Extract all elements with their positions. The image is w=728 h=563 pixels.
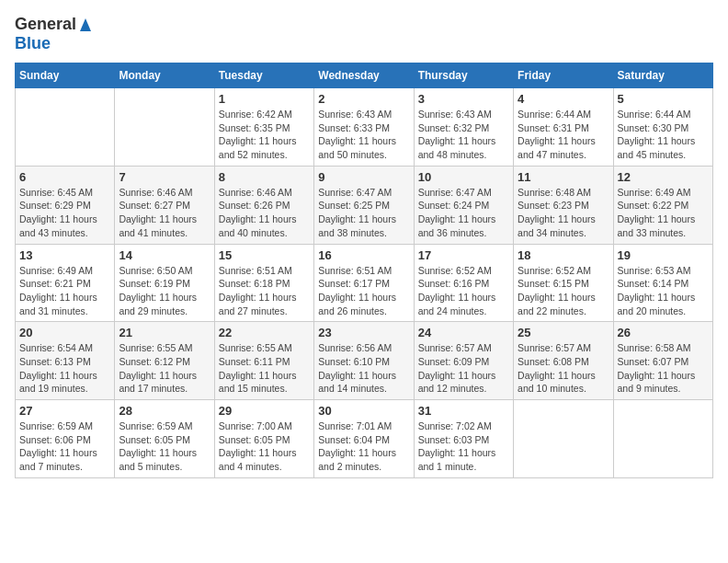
day-info: Sunrise: 6:51 AM Sunset: 6:18 PM Dayligh… (219, 264, 310, 318)
calendar-cell: 10Sunrise: 6:47 AM Sunset: 6:24 PM Dayli… (414, 166, 513, 244)
calendar-cell: 2Sunrise: 6:43 AM Sunset: 6:33 PM Daylig… (314, 88, 414, 167)
day-number: 19 (618, 248, 709, 262)
calendar-cell: 8Sunrise: 6:46 AM Sunset: 6:26 PM Daylig… (214, 166, 313, 244)
calendar-cell: 22Sunrise: 6:55 AM Sunset: 6:11 PM Dayli… (214, 322, 313, 400)
day-number: 22 (219, 326, 310, 339)
day-info: Sunrise: 6:51 AM Sunset: 6:17 PM Dayligh… (318, 264, 409, 318)
day-number: 29 (219, 404, 310, 418)
day-info: Sunrise: 6:52 AM Sunset: 6:15 PM Dayligh… (518, 264, 609, 318)
day-number: 15 (219, 248, 310, 262)
calendar-cell (514, 400, 613, 478)
calendar-cell (16, 88, 115, 167)
day-info: Sunrise: 6:57 AM Sunset: 6:09 PM Dayligh… (418, 341, 509, 396)
day-number: 14 (119, 248, 210, 262)
day-number: 30 (318, 404, 409, 418)
calendar-week-row: 1Sunrise: 6:42 AM Sunset: 6:35 PM Daylig… (16, 88, 713, 167)
day-number: 2 (318, 92, 409, 106)
day-info: Sunrise: 7:01 AM Sunset: 6:04 PM Dayligh… (318, 419, 409, 474)
calendar-cell: 6Sunrise: 6:45 AM Sunset: 6:29 PM Daylig… (16, 166, 115, 244)
day-number: 31 (418, 404, 509, 418)
day-number: 10 (418, 170, 509, 184)
calendar-week-row: 6Sunrise: 6:45 AM Sunset: 6:29 PM Daylig… (16, 166, 713, 244)
calendar-cell: 26Sunrise: 6:58 AM Sunset: 6:07 PM Dayli… (613, 322, 712, 400)
day-number: 12 (618, 170, 709, 184)
calendar-cell: 21Sunrise: 6:55 AM Sunset: 6:12 PM Dayli… (115, 322, 214, 400)
calendar-cell: 1Sunrise: 6:42 AM Sunset: 6:35 PM Daylig… (214, 88, 313, 167)
calendar-cell: 14Sunrise: 6:50 AM Sunset: 6:19 PM Dayli… (115, 244, 214, 322)
calendar-cell: 15Sunrise: 6:51 AM Sunset: 6:18 PM Dayli… (214, 244, 313, 322)
day-number: 1 (219, 92, 310, 106)
day-info: Sunrise: 6:46 AM Sunset: 6:27 PM Dayligh… (119, 186, 210, 240)
day-number: 23 (318, 326, 409, 339)
calendar-cell: 30Sunrise: 7:01 AM Sunset: 6:04 PM Dayli… (314, 400, 414, 478)
logo-general-text: General (15, 15, 76, 34)
day-info: Sunrise: 6:56 AM Sunset: 6:10 PM Dayligh… (318, 341, 409, 396)
calendar-day-header: Sunday (16, 63, 115, 88)
calendar-cell: 11Sunrise: 6:48 AM Sunset: 6:23 PM Dayli… (514, 166, 613, 244)
day-info: Sunrise: 7:02 AM Sunset: 6:03 PM Dayligh… (418, 419, 509, 474)
day-info: Sunrise: 6:46 AM Sunset: 6:26 PM Dayligh… (219, 186, 310, 240)
page-header: General Blue (15, 15, 713, 53)
day-info: Sunrise: 6:44 AM Sunset: 6:30 PM Dayligh… (618, 108, 709, 162)
day-number: 25 (518, 326, 609, 339)
day-info: Sunrise: 6:55 AM Sunset: 6:11 PM Dayligh… (219, 341, 310, 396)
day-info: Sunrise: 6:58 AM Sunset: 6:07 PM Dayligh… (618, 341, 709, 396)
day-info: Sunrise: 6:59 AM Sunset: 6:05 PM Dayligh… (119, 419, 210, 474)
day-number: 13 (19, 248, 110, 262)
day-info: Sunrise: 7:00 AM Sunset: 6:05 PM Dayligh… (219, 419, 310, 474)
day-number: 8 (219, 170, 310, 184)
calendar-cell: 16Sunrise: 6:51 AM Sunset: 6:17 PM Dayli… (314, 244, 414, 322)
day-number: 21 (119, 326, 210, 339)
day-number: 7 (119, 170, 210, 184)
day-number: 17 (418, 248, 509, 262)
calendar-day-header: Tuesday (214, 63, 313, 88)
day-number: 20 (19, 326, 110, 339)
day-info: Sunrise: 6:57 AM Sunset: 6:08 PM Dayligh… (518, 341, 609, 396)
calendar-cell: 7Sunrise: 6:46 AM Sunset: 6:27 PM Daylig… (115, 166, 214, 244)
calendar-week-row: 27Sunrise: 6:59 AM Sunset: 6:06 PM Dayli… (16, 400, 713, 478)
day-info: Sunrise: 6:53 AM Sunset: 6:14 PM Dayligh… (618, 264, 709, 318)
day-number: 11 (518, 170, 609, 184)
calendar-cell: 19Sunrise: 6:53 AM Sunset: 6:14 PM Dayli… (613, 244, 712, 322)
day-number: 4 (518, 92, 609, 106)
calendar-cell: 18Sunrise: 6:52 AM Sunset: 6:15 PM Dayli… (514, 244, 613, 322)
day-number: 6 (19, 170, 110, 184)
day-info: Sunrise: 6:47 AM Sunset: 6:25 PM Dayligh… (318, 186, 409, 240)
logo-triangle-icon (77, 17, 94, 33)
calendar-cell: 5Sunrise: 6:44 AM Sunset: 6:30 PM Daylig… (613, 88, 712, 167)
day-info: Sunrise: 6:43 AM Sunset: 6:33 PM Dayligh… (318, 108, 409, 162)
calendar-day-header: Saturday (613, 63, 712, 88)
day-info: Sunrise: 6:43 AM Sunset: 6:32 PM Dayligh… (418, 108, 509, 162)
calendar-cell: 20Sunrise: 6:54 AM Sunset: 6:13 PM Dayli… (16, 322, 115, 400)
day-number: 5 (618, 92, 709, 106)
day-number: 18 (518, 248, 609, 262)
calendar-day-header: Thursday (414, 63, 513, 88)
calendar-cell: 29Sunrise: 7:00 AM Sunset: 6:05 PM Dayli… (214, 400, 313, 478)
calendar-cell: 12Sunrise: 6:49 AM Sunset: 6:22 PM Dayli… (613, 166, 712, 244)
day-info: Sunrise: 6:45 AM Sunset: 6:29 PM Dayligh… (19, 186, 110, 240)
day-info: Sunrise: 6:49 AM Sunset: 6:21 PM Dayligh… (19, 264, 110, 318)
day-info: Sunrise: 6:59 AM Sunset: 6:06 PM Dayligh… (19, 419, 110, 474)
calendar-day-header: Wednesday (314, 63, 414, 88)
day-info: Sunrise: 6:50 AM Sunset: 6:19 PM Dayligh… (119, 264, 210, 318)
day-number: 3 (418, 92, 509, 106)
calendar-cell: 24Sunrise: 6:57 AM Sunset: 6:09 PM Dayli… (414, 322, 513, 400)
day-info: Sunrise: 6:44 AM Sunset: 6:31 PM Dayligh… (518, 108, 609, 162)
calendar-header-row: SundayMondayTuesdayWednesdayThursdayFrid… (16, 63, 713, 88)
calendar-cell: 23Sunrise: 6:56 AM Sunset: 6:10 PM Dayli… (314, 322, 414, 400)
calendar-cell: 27Sunrise: 6:59 AM Sunset: 6:06 PM Dayli… (16, 400, 115, 478)
calendar-cell: 31Sunrise: 7:02 AM Sunset: 6:03 PM Dayli… (414, 400, 513, 478)
svg-marker-0 (80, 18, 91, 31)
calendar-week-row: 20Sunrise: 6:54 AM Sunset: 6:13 PM Dayli… (16, 322, 713, 400)
day-info: Sunrise: 6:49 AM Sunset: 6:22 PM Dayligh… (618, 186, 709, 240)
day-info: Sunrise: 6:47 AM Sunset: 6:24 PM Dayligh… (418, 186, 509, 240)
day-number: 9 (318, 170, 409, 184)
calendar-day-header: Friday (514, 63, 613, 88)
day-info: Sunrise: 6:54 AM Sunset: 6:13 PM Dayligh… (19, 341, 110, 396)
day-info: Sunrise: 6:42 AM Sunset: 6:35 PM Dayligh… (219, 108, 310, 162)
calendar-cell: 9Sunrise: 6:47 AM Sunset: 6:25 PM Daylig… (314, 166, 414, 244)
calendar-cell: 25Sunrise: 6:57 AM Sunset: 6:08 PM Dayli… (514, 322, 613, 400)
calendar-day-header: Monday (115, 63, 214, 88)
calendar-cell (613, 400, 712, 478)
day-info: Sunrise: 6:52 AM Sunset: 6:16 PM Dayligh… (418, 264, 509, 318)
